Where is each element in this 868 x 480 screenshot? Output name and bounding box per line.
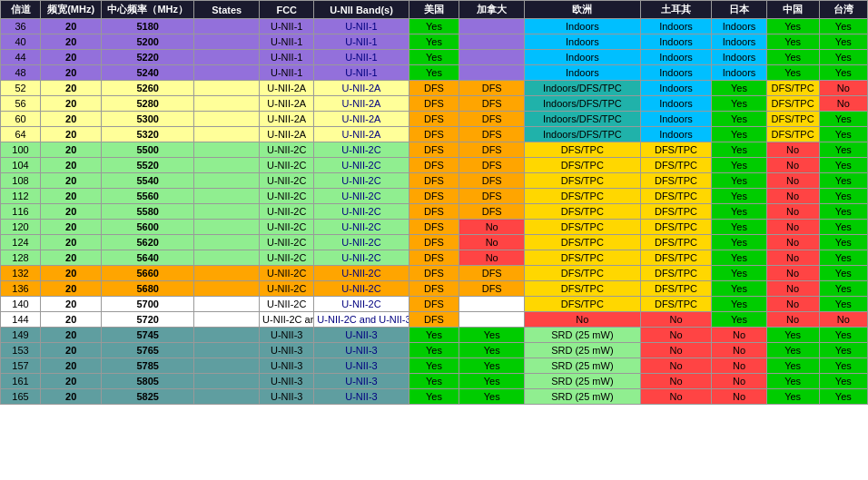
cell-turkey: Indoors [640,65,712,81]
cell-bandwidth: 20 [41,374,102,389]
cell-states [194,127,260,142]
cell-channel: 153 [1,343,41,358]
cell-bandwidth: 20 [41,65,102,81]
cell-taiwan: Yes [819,266,867,281]
header-bandwidth: 频宽(MHz) [41,1,102,19]
cell-bandwidth: 20 [41,220,102,235]
table-row: 165205825U-NII-3U-NII-3YesYesSRD (25 mW)… [1,389,868,405]
cell-canada [459,312,525,328]
cell-europe: DFS/TPC [525,204,640,220]
cell-bandwidth: 20 [41,389,102,405]
cell-canada [459,34,525,50]
cell-japan: Yes [712,281,766,297]
cell-states [194,81,260,96]
cell-europe: Indoors [525,50,640,65]
cell-turkey: No [640,389,712,405]
cell-taiwan: Yes [819,250,867,266]
cell-fcc: U-NII-3 [260,358,314,374]
cell-europe: DFS/TPC [525,142,640,158]
table-row: 52205260U-NII-2AU-NII-2ADFSDFSIndoors/DF… [1,81,868,96]
header-china: 中国 [766,1,819,19]
table-row: 153205765U-NII-3U-NII-3YesYesSRD (25 mW)… [1,343,868,358]
cell-bandwidth: 20 [41,81,102,96]
cell-taiwan: Yes [819,389,867,405]
cell-canada: DFS [459,96,525,112]
cell-taiwan: Yes [819,50,867,65]
cell-usa: Yes [409,19,459,34]
cell-states [194,19,260,34]
cell-states [194,343,260,358]
cell-center-freq: 5320 [102,127,194,142]
wifi-channels-table: 信道 频宽(MHz) 中心频率（MHz） States FCC U-NII Ba… [0,0,868,405]
table-row: 108205540U-NII-2CU-NII-2CDFSDFSDFS/TPCDF… [1,173,868,189]
cell-fcc: U-NII-2C [260,189,314,204]
cell-canada: DFS [459,142,525,158]
table-row: 140205700U-NII-2CU-NII-2CDFSDFS/TPCDFS/T… [1,297,868,312]
cell-usa: Yes [409,389,459,405]
cell-china: Yes [766,34,819,50]
cell-china: DFS/TPC [766,96,819,112]
table-row: 36205180U-NII-1U-NII-1YesIndoorsIndoorsI… [1,19,868,34]
cell-unii: U-NII-2C [314,250,409,266]
cell-unii: U-NII-2C [314,142,409,158]
header-usa: 美国 [409,1,459,19]
cell-japan: Yes [712,204,766,220]
cell-channel: 108 [1,173,41,189]
cell-unii: U-NII-3 [314,374,409,389]
cell-turkey: No [640,328,712,343]
cell-china: No [766,297,819,312]
cell-fcc: U-NII-3 [260,374,314,389]
cell-usa: Yes [409,328,459,343]
cell-usa: DFS [409,312,459,328]
cell-usa: Yes [409,65,459,81]
cell-usa: DFS [409,189,459,204]
cell-europe: DFS/TPC [525,235,640,250]
cell-usa: DFS [409,235,459,250]
cell-usa: DFS [409,96,459,112]
cell-japan: Yes [712,235,766,250]
cell-channel: 157 [1,358,41,374]
cell-bandwidth: 20 [41,343,102,358]
cell-canada: DFS [459,281,525,297]
cell-turkey: DFS/TPC [640,204,712,220]
cell-china: Yes [766,65,819,81]
cell-turkey: Indoors [640,96,712,112]
cell-channel: 48 [1,65,41,81]
cell-fcc: U-NII-2A [260,112,314,127]
cell-taiwan: Yes [819,374,867,389]
cell-turkey: Indoors [640,19,712,34]
cell-taiwan: Yes [819,65,867,81]
cell-unii: U-NII-3 [314,389,409,405]
cell-canada [459,19,525,34]
cell-bandwidth: 20 [41,281,102,297]
cell-japan: No [712,343,766,358]
cell-channel: 56 [1,96,41,112]
cell-usa: DFS [409,297,459,312]
cell-china: No [766,189,819,204]
table-row: 60205300U-NII-2AU-NII-2ADFSDFSIndoors/DF… [1,112,868,127]
cell-states [194,65,260,81]
cell-bandwidth: 20 [41,358,102,374]
cell-europe: DFS/TPC [525,173,640,189]
cell-bandwidth: 20 [41,19,102,34]
cell-center-freq: 5700 [102,297,194,312]
cell-china: Yes [766,328,819,343]
header-japan: 日本 [712,1,766,19]
cell-china: No [766,204,819,220]
cell-fcc: U-NII-2C [260,142,314,158]
cell-bandwidth: 20 [41,250,102,266]
cell-bandwidth: 20 [41,96,102,112]
cell-states [194,312,260,328]
cell-channel: 52 [1,81,41,96]
cell-canada: Yes [459,328,525,343]
cell-fcc: U-NII-2C [260,297,314,312]
cell-channel: 64 [1,127,41,142]
cell-japan: No [712,389,766,405]
cell-center-freq: 5560 [102,189,194,204]
table-row: 132205660U-NII-2CU-NII-2CDFSDFSDFS/TPCDF… [1,266,868,281]
cell-usa: DFS [409,127,459,142]
cell-center-freq: 5620 [102,235,194,250]
cell-fcc: U-NII-2C and U-NII-3 [260,312,314,328]
cell-china: DFS/TPC [766,127,819,142]
cell-japan: No [712,374,766,389]
